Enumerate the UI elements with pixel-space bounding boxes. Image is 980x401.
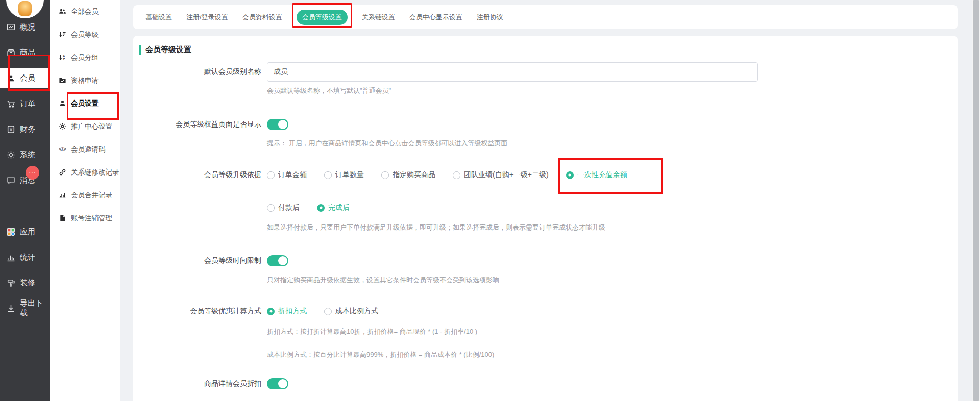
sidebar-item-label: 会员 — [20, 73, 35, 83]
field-hint: 折扣方式：按打折计算最高10折，折扣价格= 商品现价 * (1 - 折扣率/10… — [267, 327, 958, 336]
member-submenu: 全部会员 会员等级 AZ 会员分组 资格申请 会员设置 推广中心设置 </> 会… — [50, 0, 120, 401]
submenu-item-invite-code[interactable]: </> 会员邀请码 — [50, 138, 120, 161]
field-hint: 只对指定购买商品升级依据生效，设置其它条件时会员等级不会受到该选项影响 — [267, 275, 958, 285]
form-row-upgrade-timing: 付款后 完成后 — [139, 203, 958, 212]
sidebar-item-label: 系统 — [20, 150, 35, 160]
radio-discount-mode[interactable]: 折扣方式 — [267, 307, 307, 316]
sidebar-item-orders[interactable]: 订单 — [0, 91, 50, 116]
radio-circle — [566, 171, 574, 179]
form-row-default-level-name: 默认会员级别名称 — [139, 62, 958, 82]
sidebar-item-label: 装修 — [20, 278, 35, 288]
form-row-upgrade-basis: 会员等级升级依据 订单金额 订单数量 指定购买商品 团队业绩(自购+一级+二级) — [139, 170, 958, 180]
submenu-item-label: 账号注销管理 — [71, 214, 112, 223]
radio-circle — [267, 204, 275, 212]
primary-nav: 概况 商品 会员 订单 ¥ 财务 系统 消息 应用 — [0, 14, 50, 321]
member-icon — [7, 74, 15, 83]
sidebar-item-goods[interactable]: 商品 — [0, 40, 50, 65]
radio-after-payment[interactable]: 付款后 — [267, 203, 300, 212]
tab-basic-settings[interactable]: 基础设置 — [145, 13, 172, 22]
sidebar-item-label: 财务 — [20, 124, 35, 134]
submenu-item-relation-log[interactable]: 关系链修改记录 — [50, 161, 120, 184]
file-icon — [59, 214, 66, 222]
submenu-item-member-group[interactable]: AZ 会员分组 — [50, 46, 120, 69]
code-icon: </> — [59, 145, 66, 153]
time-limit-toggle[interactable] — [267, 255, 288, 266]
radio-circle — [267, 308, 275, 315]
tab-member-level-settings[interactable]: 会员等级设置 — [297, 10, 348, 25]
submenu-item-promotion-settings[interactable]: 推广中心设置 — [50, 115, 120, 138]
form-row-benefit-page: 会员等级权益页面是否显示 — [139, 119, 958, 130]
cart-icon — [7, 99, 15, 108]
sidebar-item-export[interactable]: 导出下载 — [0, 295, 50, 321]
sidebar-item-label: 商品 — [20, 48, 35, 58]
goods-icon — [7, 48, 15, 57]
form-row-time-limit: 会员等级时间限制 — [139, 255, 958, 266]
sidebar-item-decorate[interactable]: 装修 — [0, 270, 50, 295]
field-hint: 如果选择付款后，只要用户下单付款满足升级依据，即可升级；如果选择完成后，则表示需… — [267, 223, 958, 232]
benefit-page-toggle[interactable] — [267, 119, 288, 130]
submenu-item-account-cancel[interactable]: 账号注销管理 — [50, 207, 120, 230]
submenu-item-qualification[interactable]: 资格申请 — [50, 69, 120, 92]
submenu-item-member-level[interactable]: 会员等级 — [50, 23, 120, 46]
radio-team-performance[interactable]: 团队业绩(自购+一级+二级) — [453, 170, 549, 180]
sidebar-item-finance[interactable]: ¥ 财务 — [0, 116, 50, 142]
tab-register-login-settings[interactable]: 注册/登录设置 — [186, 13, 228, 22]
radio-cost-ratio-mode[interactable]: 成本比例方式 — [324, 307, 378, 316]
radio-after-completion[interactable]: 完成后 — [317, 203, 350, 212]
bar-chart-icon — [59, 191, 66, 199]
bar-chart-icon — [7, 253, 15, 262]
radio-one-time-recharge[interactable]: 一次性充值余额 — [566, 170, 627, 180]
submenu-item-merge-log[interactable]: 会员合并记录 — [50, 184, 120, 207]
rank-sort-icon — [59, 31, 66, 38]
field-label: 会员等级优惠计算方式 — [139, 307, 261, 316]
detail-discount-toggle[interactable] — [267, 378, 288, 389]
people-icon — [59, 8, 66, 15]
submenu-item-label: 会员等级 — [71, 30, 99, 39]
tab-member-profile-settings[interactable]: 会员资料设置 — [242, 13, 282, 22]
sidebar-item-stats[interactable]: 统计 — [0, 244, 50, 270]
sidebar-item-overview[interactable]: 概况 — [0, 14, 50, 40]
overview-icon — [7, 23, 15, 32]
field-label: 会员等级时间限制 — [139, 256, 261, 265]
submenu-item-member-settings[interactable]: 会员设置 — [50, 92, 120, 115]
finance-icon: ¥ — [7, 125, 15, 134]
az-sort-icon: AZ — [59, 54, 66, 61]
form-row-discount-mode: 会员等级优惠计算方式 折扣方式 成本比例方式 — [139, 307, 958, 316]
folder-check-icon — [59, 77, 66, 84]
section-title-bar — [139, 45, 141, 55]
submenu-item-label: 会员分组 — [71, 53, 99, 62]
radio-circle — [381, 171, 389, 179]
nav-spacer — [0, 193, 50, 219]
radio-order-amount[interactable]: 订单金额 — [267, 170, 307, 180]
default-level-name-input[interactable] — [267, 62, 758, 82]
section-title-text: 会员等级设置 — [145, 45, 191, 55]
sidebar-item-member[interactable]: 会员 — [0, 68, 50, 88]
section-title: 会员等级设置 — [139, 45, 958, 55]
field-hint: 提示： 开启，用户在商品详情页和会员中心点击会员等级都可以进入等级权益页面 — [267, 139, 958, 148]
submenu-item-label: 会员合并记录 — [71, 191, 112, 200]
submenu-item-label: 关系链修改记录 — [71, 168, 119, 177]
primary-sidebar: 概况 商品 会员 订单 ¥ 财务 系统 消息 应用 — [0, 0, 50, 401]
scrollbar-thumb[interactable] — [973, 0, 979, 401]
radio-circle — [453, 171, 460, 179]
gear-icon — [7, 151, 15, 159]
tab-register-agreement[interactable]: 注册协议 — [477, 13, 503, 22]
sidebar-item-apps[interactable]: 应用 — [0, 219, 50, 244]
sidebar-item-system[interactable]: 系统 — [0, 142, 50, 167]
sidebar-item-messages[interactable]: 消息 — [0, 167, 50, 193]
tab-member-center-display-settings[interactable]: 会员中心显示设置 — [409, 13, 462, 22]
radio-circle — [324, 171, 332, 179]
radio-specified-goods[interactable]: 指定购买商品 — [381, 170, 435, 180]
page-scrollbar[interactable] — [972, 0, 980, 401]
field-label: 会员等级升级依据 — [139, 170, 261, 180]
field-hint: 成本比例方式：按百分比计算最高999%，折扣价格 = 商品成本价 * (比例/1… — [267, 350, 958, 359]
svg-text:¥: ¥ — [9, 127, 13, 132]
sidebar-item-label: 订单 — [20, 99, 35, 109]
field-label: 默认会员级别名称 — [139, 67, 261, 77]
message-badge[interactable]: … — [26, 166, 39, 180]
submenu-item-all-members[interactable]: 全部会员 — [50, 0, 120, 23]
tab-relation-chain-settings[interactable]: 关系链设置 — [362, 13, 395, 22]
sidebar-item-label: 导出下载 — [20, 298, 50, 318]
radio-order-count[interactable]: 订单数量 — [324, 170, 364, 180]
form-row-detail-discount: 商品详情会员折扣 — [139, 378, 958, 389]
